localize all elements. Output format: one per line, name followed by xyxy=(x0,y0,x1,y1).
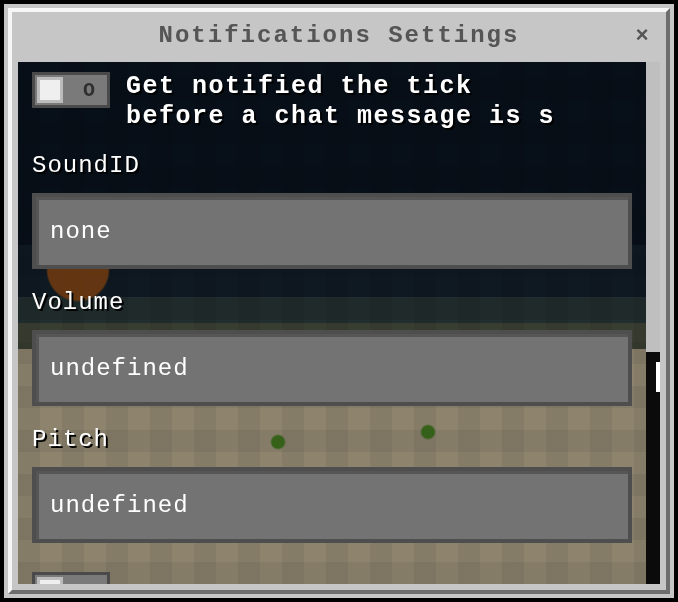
content-viewport: O Get notified the tick before a chat me… xyxy=(18,62,660,584)
value-pitch: undefined xyxy=(50,492,189,519)
label-pitch: Pitch xyxy=(32,426,632,453)
close-icon: × xyxy=(635,24,648,49)
field-volume[interactable]: undefined xyxy=(32,330,632,406)
toggle-partial-next[interactable] xyxy=(32,572,110,584)
toggle-knob xyxy=(37,77,63,103)
toggle-knob xyxy=(37,577,63,584)
field-pitch[interactable]: undefined xyxy=(32,467,632,543)
label-volume: Volume xyxy=(32,289,632,316)
field-sound-id[interactable]: none xyxy=(32,193,632,269)
settings-content: O Get notified the tick before a chat me… xyxy=(18,62,644,584)
scrollbar-thumb[interactable] xyxy=(646,62,660,352)
value-volume: undefined xyxy=(50,355,189,382)
value-sound-id: none xyxy=(50,218,112,245)
toggle-off-icon: O xyxy=(83,79,95,102)
window-inner: Notifications Settings × O Get notified … xyxy=(8,8,670,594)
scroll-notch xyxy=(656,362,660,392)
label-sound-id: SoundID xyxy=(32,152,632,179)
window-title: Notifications Settings xyxy=(159,22,520,49)
toggle-pre-chat-tick[interactable]: O xyxy=(32,72,110,108)
settings-window: Notifications Settings × O Get notified … xyxy=(0,0,678,602)
titlebar: Notifications Settings × xyxy=(12,12,666,58)
toggle-label-pre-chat-tick: Get notified the tick before a chat mess… xyxy=(126,72,632,132)
scrollbar-track[interactable] xyxy=(646,62,660,584)
toggle-row-pre-chat-tick: O Get notified the tick before a chat me… xyxy=(32,72,632,132)
close-button[interactable]: × xyxy=(628,22,656,50)
